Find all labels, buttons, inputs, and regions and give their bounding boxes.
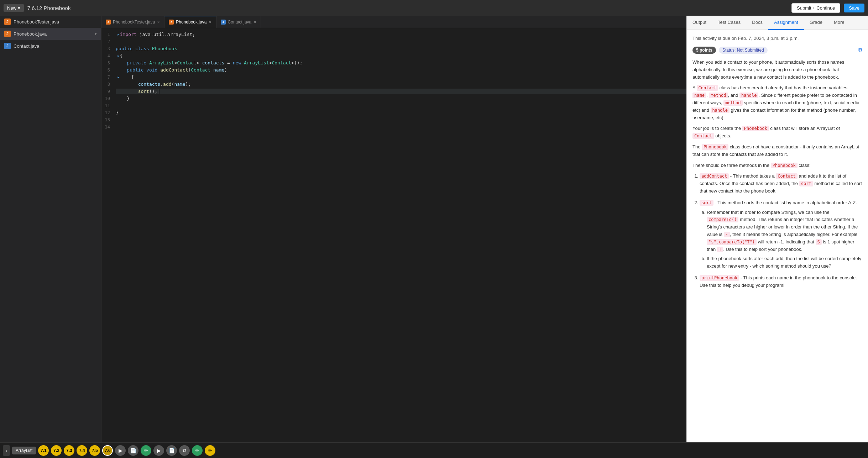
code-editor[interactable]: 1 ▸ import java.util.ArrayList; 2 3 publ… (101, 28, 686, 442)
bottom-label-arraylist[interactable]: ArrayList (12, 447, 36, 454)
document2-icon[interactable]: 📄 (166, 445, 177, 456)
inline-code-compareto: compareTo() (707, 217, 738, 222)
tab-phonebooktester[interactable]: J PhonebookTester.java × (101, 16, 164, 28)
video2-icon[interactable]: ▶ (153, 445, 164, 456)
code-line-14: 14 (101, 124, 686, 131)
inline-code-contact3: Contact (776, 173, 798, 179)
inline-code-sort: sort (799, 181, 813, 186)
right-tab-bar: Output Test Cases Docs Assignment Grade … (687, 16, 868, 30)
tab-contact[interactable]: J Contact.java × (216, 16, 261, 28)
tab-phonebook[interactable]: J Phonebook.java × (164, 16, 216, 28)
chevron-down-icon: ▾ (95, 32, 97, 36)
method-sort: sort - This method sorts the contact lis… (700, 199, 862, 270)
code-line-13: 13 (101, 117, 686, 124)
tab-assignment[interactable]: Assignment (768, 16, 804, 30)
expand-button[interactable]: ‹ (3, 445, 10, 456)
code-line-11: 11 (101, 103, 686, 110)
tab-icon-phonebooktester: J (106, 20, 111, 25)
inline-code-t: T (717, 247, 723, 252)
code-line-7: 7 ▸ { (101, 74, 686, 81)
sidebar-filename-phonebook: Phonebook.java (14, 31, 47, 37)
bottom-unit-7-4[interactable]: 7.4 (77, 445, 87, 456)
sidebar-filename-phonebooktester: PhonebookTester.java (14, 19, 59, 25)
bottom-bar: ‹ ArrayList 7.1 7.2 7.3 7.4 7.5 7.6 ▶ 📄 … (0, 442, 868, 458)
sort-sub-item-a: Remember that in order to compare String… (707, 209, 862, 253)
close-tab-phonebooktester[interactable]: × (157, 19, 160, 25)
code-line-9: 9 sort();| (101, 89, 686, 96)
tab-bar: J PhonebookTester.java × J Phonebook.jav… (101, 16, 686, 28)
bottom-unit-7-1[interactable]: 7.1 (38, 445, 49, 456)
points-badge: 5 points (692, 47, 716, 54)
tab-docs[interactable]: Docs (746, 16, 768, 30)
inline-code-s: S (816, 239, 822, 245)
code-line-12: 12 } (101, 110, 686, 117)
new-button[interactable]: New ▾ (4, 4, 24, 12)
inline-code-name: name (692, 93, 706, 98)
code-line-5: 5 private ArrayList<Contact> contacts = … (101, 60, 686, 67)
bottom-unit-7-5[interactable]: 7.5 (89, 445, 100, 456)
inline-code-dash: - (724, 232, 730, 237)
sort-sub-list: Remember that in order to compare String… (707, 209, 862, 270)
method-addcontact: addContact - This method takes a Contact… (700, 173, 862, 195)
methods-list: addContact - This method takes a Contact… (700, 173, 862, 289)
sidebar-item-phonebooktester[interactable]: J PhonebookTester.java (0, 16, 101, 28)
inline-code-method: method (709, 93, 728, 98)
save-button[interactable]: Save (844, 4, 864, 12)
tab-grade[interactable]: Grade (804, 16, 828, 30)
inline-code-contact2: Contact (692, 133, 714, 139)
submit-continue-button[interactable]: Submit + Continue (791, 3, 840, 13)
tab-label-contact: Contact.java (228, 20, 252, 25)
sidebar-item-contact[interactable]: J Contact.java (0, 40, 101, 52)
assignment-no-constructor: The Phonebook class does not have a cons… (692, 143, 862, 158)
inline-code-phonebook3: Phonebook (771, 163, 798, 168)
sidebar-filename-contact: Contact.java (14, 43, 39, 49)
tab-icon-phonebook: J (169, 20, 174, 25)
assignment-contact-desc: A Contact class has been created already… (692, 84, 862, 121)
method-printphonebook: printPhonebook - This prints each name i… (700, 274, 862, 289)
tab-label-phonebook: Phonebook.java (176, 20, 206, 25)
pencil3-icon[interactable]: ✏ (205, 445, 215, 456)
close-tab-phonebook[interactable]: × (209, 19, 211, 25)
bottom-unit-7-3[interactable]: 7.3 (64, 445, 74, 456)
right-panel: Output Test Cases Docs Assignment Grade … (686, 16, 868, 442)
code-line-10: 10 } (101, 96, 686, 103)
assignment-intro: When you add a contact to your phone, it… (692, 59, 862, 81)
video-icon[interactable]: ▶ (115, 445, 126, 456)
top-bar: New ▾ 7.6.12 Phonebook Submit + Continue… (0, 0, 868, 16)
assignment-three-methods: There should be three methods in the Pho… (692, 162, 862, 169)
inline-code-example: "s".compareTo("T") (707, 239, 757, 245)
tab-more[interactable]: More (828, 16, 850, 30)
editor-area: J PhonebookTester.java × J Phonebook.jav… (101, 16, 686, 442)
sort-sub-item-b: If the phonebook sorts after each add, t… (707, 255, 862, 270)
document-icon[interactable]: 📄 (128, 445, 138, 456)
inline-code-phonebook: Phonebook (742, 126, 769, 131)
pencil2-icon[interactable]: ✏ (192, 445, 203, 456)
inline-code-handle: handle (739, 93, 758, 98)
inline-code-phonebook2: Phonebook (702, 144, 728, 150)
file-icon-phonebook: J (4, 31, 11, 37)
close-tab-contact[interactable]: × (253, 19, 256, 25)
status-badge: Status: Not Submitted (719, 47, 768, 54)
copy-icon[interactable]: ⧉ (179, 445, 190, 456)
code-line-4: 4 ▸ { (101, 53, 686, 60)
sidebar: J PhonebookTester.java J Phonebook.java … (0, 16, 101, 442)
tab-output[interactable]: Output (687, 16, 712, 30)
code-line-3: 3 public class Phonebook (101, 46, 686, 53)
pencil-icon[interactable]: ✏ (141, 445, 151, 456)
bottom-unit-7-2[interactable]: 7.2 (51, 445, 62, 456)
assignment-text: When you add a contact to your phone, it… (692, 59, 862, 289)
code-line-8: 8 contacts.add(name); (101, 81, 686, 89)
code-line-1: 1 ▸ import java.util.ArrayList; (101, 32, 686, 39)
inline-code-handle2: handle (711, 107, 730, 113)
page-title: 7.6.12 Phonebook (27, 5, 788, 11)
inline-code-addcontact: addContact (700, 173, 729, 179)
inline-code-method2: method (723, 100, 742, 106)
external-link-icon[interactable]: ⧉ (858, 47, 862, 53)
inline-code-sort2: sort (700, 200, 713, 206)
file-icon-contact: J (4, 43, 11, 49)
tab-test-cases[interactable]: Test Cases (712, 16, 746, 30)
right-content: This activity is due on Feb. 7, 2024, 3 … (687, 30, 868, 442)
assignment-your-job: Your job is to create the Phonebook clas… (692, 125, 862, 140)
sidebar-item-phonebook[interactable]: J Phonebook.java ▾ (0, 28, 101, 40)
bottom-unit-7-6[interactable]: 7.6 (102, 445, 113, 456)
